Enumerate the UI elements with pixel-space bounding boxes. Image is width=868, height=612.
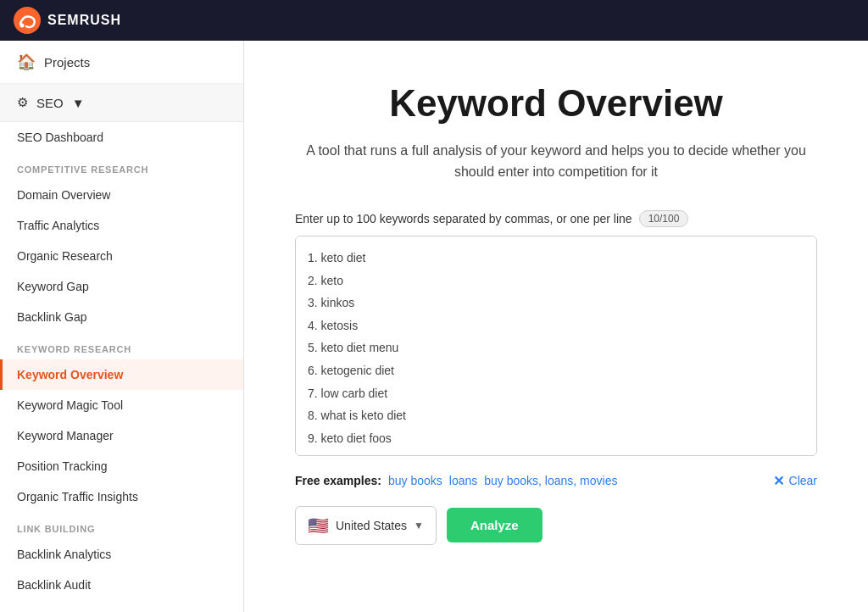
topbar: SEMRUSH	[0, 0, 868, 41]
example-loans[interactable]: loans	[449, 474, 477, 487]
svg-point-1	[20, 24, 25, 28]
svg-point-0	[14, 7, 41, 34]
sidebar-item-keyword-overview[interactable]: Keyword Overview	[0, 359, 243, 390]
section-competitive-research: COMPETITIVE RESEARCH	[0, 153, 243, 180]
clear-button[interactable]: ✕ Clear	[773, 473, 817, 489]
free-examples-row: Free examples: buy books loans buy books…	[295, 473, 817, 489]
keyword-input-label: Enter up to 100 keywords separated by co…	[295, 210, 817, 227]
country-label: United States	[336, 519, 407, 532]
sidebar: 🏠 Projects ⚙ SEO ▼ SEO Dashboard COMPETI…	[0, 41, 244, 612]
sidebar-item-position-tracking[interactable]: Position Tracking	[0, 451, 243, 481]
section-link-building: LINK BUILDING	[0, 512, 243, 539]
sidebar-item-organic-traffic-insights[interactable]: Organic Traffic Insights	[0, 481, 243, 512]
example-buy-books[interactable]: buy books	[388, 474, 442, 487]
projects-label: Projects	[44, 55, 90, 70]
sidebar-item-organic-research[interactable]: Organic Research	[0, 241, 243, 271]
seo-label: SEO	[36, 96, 64, 110]
sidebar-item-backlink-analytics[interactable]: Backlink Analytics	[0, 539, 243, 570]
sidebar-item-keyword-manager[interactable]: Keyword Manager	[0, 420, 243, 451]
home-icon: 🏠	[17, 53, 36, 71]
page-subtitle: A tool that runs a full analysis of your…	[302, 140, 810, 183]
chevron-down-icon: ▼	[414, 520, 424, 531]
sidebar-item-seo[interactable]: ⚙ SEO ▼	[0, 84, 243, 122]
keyword-textarea[interactable]: 1. keto diet 2. keto 3. kinkos 4. ketosi…	[295, 236, 817, 456]
page-title: Keyword Overview	[295, 81, 817, 126]
clear-x-icon: ✕	[773, 473, 784, 489]
keyword-count-badge: 10/100	[639, 210, 689, 227]
main-content: Keyword Overview A tool that runs a full…	[244, 41, 868, 612]
analyze-button[interactable]: Analyze	[447, 508, 542, 542]
chevron-down-icon: ▼	[72, 96, 85, 110]
example-buy-books-loans-movies[interactable]: buy books, loans, movies	[484, 474, 617, 487]
section-keyword-research: KEYWORD RESEARCH	[0, 332, 243, 359]
sidebar-item-traffic-analytics[interactable]: Traffic Analytics	[0, 210, 243, 241]
sidebar-item-backlink-audit[interactable]: Backlink Audit	[0, 570, 243, 600]
action-row: 🇺🇸 United States ▼ Analyze	[295, 506, 817, 545]
logo-text: SEMRUSH	[47, 13, 121, 28]
flag-icon: 🇺🇸	[308, 515, 329, 536]
logo-area: SEMRUSH	[14, 7, 121, 34]
seo-dashboard-label: SEO Dashboard	[17, 131, 103, 144]
country-selector[interactable]: 🇺🇸 United States ▼	[295, 506, 437, 545]
sidebar-item-projects[interactable]: 🏠 Projects	[0, 41, 243, 84]
semrush-logo-icon	[14, 7, 41, 34]
sidebar-item-keyword-magic-tool[interactable]: Keyword Magic Tool	[0, 390, 243, 420]
sidebar-item-backlink-gap[interactable]: Backlink Gap	[0, 302, 243, 332]
examples-label: Free examples:	[295, 474, 381, 487]
sidebar-item-seo-dashboard[interactable]: SEO Dashboard	[0, 122, 243, 153]
sidebar-item-keyword-gap[interactable]: Keyword Gap	[0, 271, 243, 302]
clear-label: Clear	[789, 474, 817, 487]
app-body: 🏠 Projects ⚙ SEO ▼ SEO Dashboard COMPETI…	[0, 41, 868, 612]
sidebar-item-domain-overview[interactable]: Domain Overview	[0, 180, 243, 210]
seo-icon: ⚙	[17, 95, 28, 110]
